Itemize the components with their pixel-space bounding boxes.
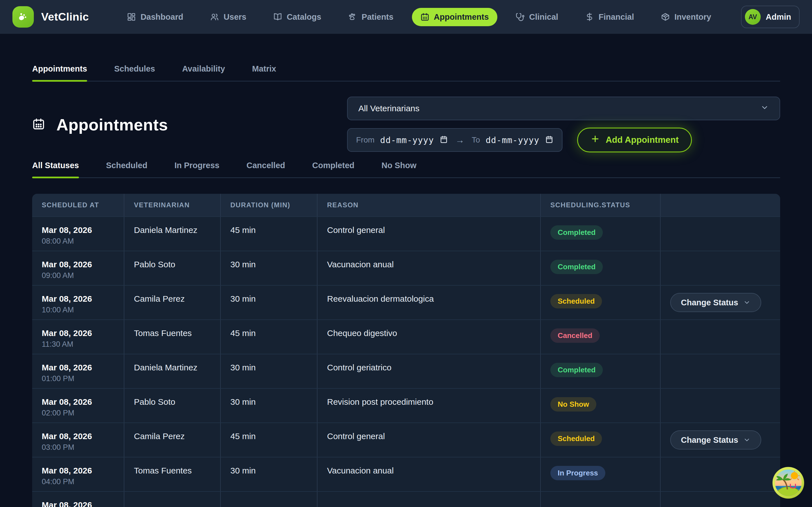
cell-duration: 45 min (220, 217, 317, 251)
cell-scheduled-at: Mar 08, 202609:00 AM (32, 251, 124, 285)
nav-item-label: Dashboard (140, 12, 183, 22)
dollar-icon (585, 12, 594, 21)
change-status-button[interactable]: Change Status (670, 431, 761, 450)
nav-item-inventory[interactable]: Inventory (652, 8, 720, 26)
cell-duration: 45 min (220, 423, 317, 457)
table-row: Mar 08, 202609:00 AMPablo Soto30 minVacu… (32, 251, 780, 285)
cell-actions: Change Status (660, 286, 780, 320)
chevron-down-icon (760, 103, 769, 114)
cell-actions (660, 320, 780, 354)
cell-veterinarian: Daniela Martinez (124, 217, 220, 251)
date-range-filter: From dd-mm-yyyy → To dd-mm-yyyy (347, 128, 562, 152)
cell-veterinarian: Camila Perez (124, 423, 220, 457)
cell-status: Completed (540, 251, 660, 285)
cell-status: Cancelled (540, 320, 660, 354)
status-badge: Scheduled (550, 432, 602, 446)
calendar-picker-icon[interactable] (545, 135, 553, 145)
nav-item-patients[interactable]: Patients (340, 8, 402, 26)
cell-status: Completed (540, 217, 660, 251)
appointment-date: Mar 08, 2026 (42, 466, 124, 475)
status-tab-scheduled[interactable]: Scheduled (106, 161, 147, 177)
nav-item-financial[interactable]: Financial (576, 8, 643, 26)
calendar-title-icon (32, 117, 45, 131)
status-tab-no-show[interactable]: No Show (382, 161, 416, 177)
chevron-down-icon (743, 436, 751, 444)
cell-status: Completed (540, 354, 660, 388)
table-row: Mar 08, 202610:00 AMCamila Perez30 minRe… (32, 285, 780, 320)
page-title: Appointments (32, 115, 168, 134)
column-header-scheduling-status: SCHEDULING.STATUS (540, 194, 660, 216)
cell-veterinarian-text: Pablo Soto (134, 397, 175, 406)
cell-duration-text: 45 min (231, 432, 256, 441)
users-icon (210, 12, 219, 21)
change-status-button[interactable]: Change Status (670, 293, 761, 312)
table-row: Mar 08, 202604:00 PMTomas Fuentes30 minV… (32, 457, 780, 491)
cell-duration-text: 30 min (231, 294, 256, 303)
status-badge: No Show (550, 397, 596, 411)
top-navigation: VetClinic DashboardUsersCatalogsPatients… (0, 0, 812, 34)
table-header-row: SCHEDULED ATVETERINARIANDURATION (MIN)RE… (32, 194, 780, 216)
book-icon (273, 12, 282, 21)
cell-reason: Revision post procedimiento (317, 389, 540, 422)
date-from-input[interactable]: dd-mm-yyyy (380, 135, 434, 145)
section-tabs: AppointmentsSchedulesAvailabilityMatrix (32, 34, 780, 81)
appointment-date: Mar 08, 2026 (42, 260, 124, 269)
appointment-date: Mar 08, 2026 (42, 397, 124, 407)
dashboard-icon (127, 12, 136, 21)
cell-actions (660, 251, 780, 285)
veterinarian-select[interactable]: All Veterinarians (347, 97, 780, 120)
cell-duration: 30 min (220, 286, 317, 320)
cell-reason: Control general (317, 217, 540, 251)
nav-item-label: Appointments (434, 12, 489, 22)
cell-veterinarian-text: Daniela Martinez (134, 363, 197, 372)
cell-reason (317, 492, 540, 507)
calendar-picker-icon[interactable] (440, 135, 448, 145)
cell-duration: 30 min (220, 389, 317, 422)
nav-item-label: Patients (362, 12, 394, 22)
tab-availability[interactable]: Availability (182, 64, 225, 81)
column-header-reason: REASON (317, 194, 540, 216)
nav-menu: DashboardUsersCatalogsPatientsAppointmen… (109, 8, 730, 26)
paw-icon (348, 12, 357, 21)
cell-veterinarian: Daniela Martinez (124, 354, 220, 388)
brand[interactable]: VetClinic (12, 6, 89, 27)
column-header-veterinarian: VETERINARIAN (124, 194, 220, 216)
tab-appointments[interactable]: Appointments (32, 64, 87, 81)
cell-veterinarian: Tomas Fuentes (124, 457, 220, 491)
change-status-label: Change Status (681, 436, 738, 445)
cell-duration-text: 45 min (231, 328, 256, 338)
status-tab-completed[interactable]: Completed (312, 161, 354, 177)
status-filter-tabs: All StatusesScheduledIn ProgressCancelle… (32, 161, 780, 178)
cell-duration: 30 min (220, 354, 317, 388)
nav-item-catalogs[interactable]: Catalogs (265, 8, 329, 26)
nav-item-label: Financial (599, 12, 634, 22)
cell-veterinarian: Camila Perez (124, 286, 220, 320)
appointment-time: 11:30 AM (42, 340, 124, 349)
tab-schedules[interactable]: Schedules (114, 64, 155, 81)
status-tab-in-progress[interactable]: In Progress (174, 161, 220, 177)
cell-reason: Vacunacion anual (317, 251, 540, 285)
cell-actions (660, 354, 780, 388)
admin-menu-button[interactable]: AV Admin (741, 6, 800, 28)
status-badge: Completed (550, 225, 603, 240)
cell-veterinarian-text: Camila Perez (134, 294, 185, 303)
status-badge: Cancelled (550, 328, 600, 343)
tab-matrix[interactable]: Matrix (252, 64, 276, 81)
date-to-input[interactable]: dd-mm-yyyy (486, 135, 540, 145)
column-header-actions (660, 194, 780, 216)
nav-item-dashboard[interactable]: Dashboard (118, 8, 192, 26)
cell-duration (220, 492, 317, 507)
cell-actions (660, 217, 780, 251)
cell-duration: 30 min (220, 251, 317, 285)
cell-status: Scheduled (540, 423, 660, 457)
cell-scheduled-at: Mar 08, 202602:00 PM (32, 389, 124, 422)
status-tab-all-statuses[interactable]: All Statuses (32, 161, 79, 177)
status-tab-cancelled[interactable]: Cancelled (246, 161, 285, 177)
nav-item-clinical[interactable]: Clinical (507, 8, 567, 26)
stethoscope-icon (516, 12, 525, 21)
nav-item-label: Catalogs (287, 12, 321, 22)
chevron-down-icon (743, 299, 751, 306)
nav-item-appointments[interactable]: Appointments (412, 8, 497, 26)
add-appointment-button[interactable]: Add Appointment (577, 128, 692, 152)
nav-item-users[interactable]: Users (202, 8, 255, 26)
